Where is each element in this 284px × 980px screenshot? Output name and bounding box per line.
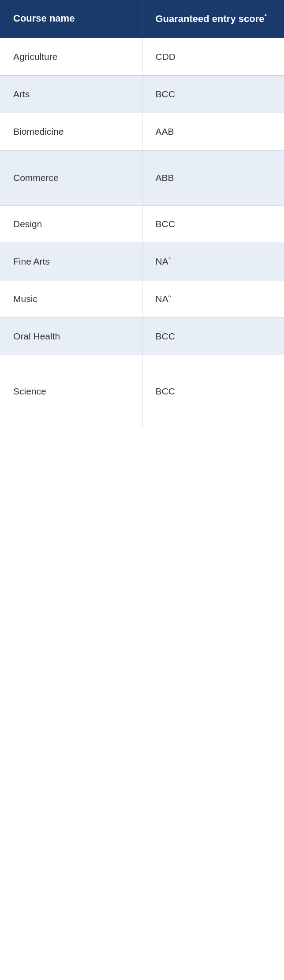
table-row: Fine ArtsNA^: [0, 243, 284, 280]
table-row: Oral HealthBCC: [0, 317, 284, 355]
course-name-cell: Biomedicine: [0, 113, 142, 150]
course-name-cell: Oral Health: [0, 317, 142, 355]
course-name-cell: Agriculture: [0, 38, 142, 75]
score-cell: NA^: [142, 243, 284, 280]
table-row: BiomedicineAAB: [0, 113, 284, 150]
score-cell: NA^: [142, 280, 284, 317]
score-cell: ABB: [142, 150, 284, 205]
guaranteed-entry-score-header: Guaranteed entry score*: [142, 0, 284, 38]
course-name-cell: Design: [0, 205, 142, 243]
course-name-cell: Science: [0, 355, 142, 427]
score-cell: AAB: [142, 113, 284, 150]
score-cell: BCC: [142, 355, 284, 427]
table-header-row: Course name Guaranteed entry score*: [0, 0, 284, 38]
table-row: CommerceABB: [0, 150, 284, 205]
score-cell: BCC: [142, 205, 284, 243]
table-row: ArtsBCC: [0, 75, 284, 113]
course-name-cell: Commerce: [0, 150, 142, 205]
score-cell: BCC: [142, 75, 284, 113]
score-superscript: ^: [168, 294, 171, 300]
table-row: ScienceBCC: [0, 355, 284, 427]
score-cell: BCC: [142, 317, 284, 355]
course-name-cell: Arts: [0, 75, 142, 113]
course-table: Course name Guaranteed entry score* Agri…: [0, 0, 284, 427]
course-name-header: Course name: [0, 0, 142, 38]
score-cell: CDD: [142, 38, 284, 75]
table-row: AgricultureCDD: [0, 38, 284, 75]
score-superscript: ^: [168, 256, 171, 262]
course-name-cell: Music: [0, 280, 142, 317]
table-row: DesignBCC: [0, 205, 284, 243]
course-name-cell: Fine Arts: [0, 243, 142, 280]
table-row: MusicNA^: [0, 280, 284, 317]
